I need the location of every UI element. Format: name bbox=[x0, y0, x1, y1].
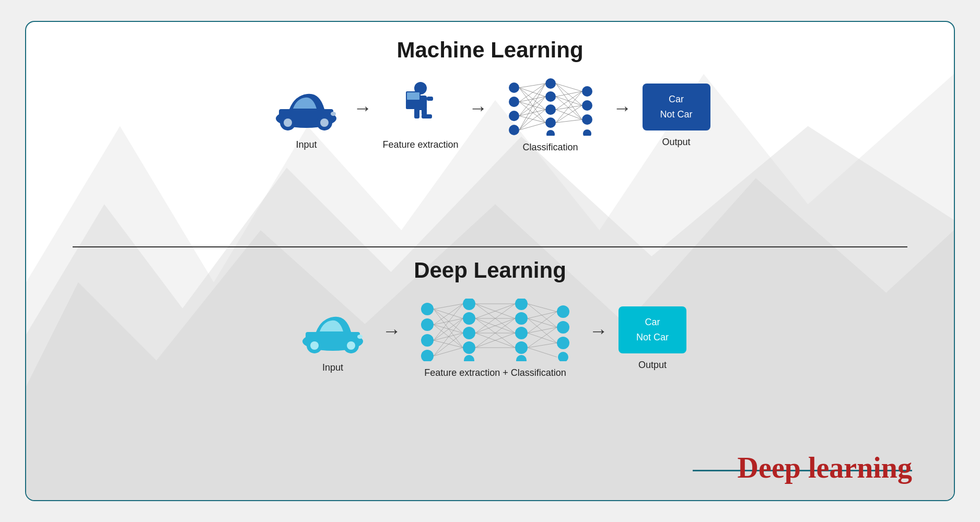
dl-output-label: Output bbox=[638, 360, 667, 371]
svg-point-68 bbox=[421, 303, 434, 315]
dl-feature-class-item: Feature extraction + Classification bbox=[412, 299, 579, 378]
svg-line-92 bbox=[434, 325, 463, 333]
ml-car-icon bbox=[270, 81, 343, 133]
svg-line-118 bbox=[528, 318, 557, 327]
ml-output-box: Car Not Car bbox=[643, 84, 710, 130]
svg-point-85 bbox=[558, 352, 568, 361]
svg-line-50 bbox=[556, 84, 582, 105]
ml-feature-item: Feature extraction bbox=[382, 81, 458, 150]
dl-input-item: Input bbox=[294, 304, 372, 373]
svg-point-73 bbox=[463, 312, 475, 325]
ml-classification-label: Classification bbox=[523, 142, 578, 153]
svg-point-69 bbox=[421, 318, 434, 331]
svg-point-31 bbox=[582, 114, 592, 125]
bottom-label: Deep learning bbox=[738, 451, 912, 484]
main-container: Machine Learning bbox=[25, 21, 955, 501]
svg-point-75 bbox=[463, 341, 475, 354]
ml-output-item: Car Not Car Output bbox=[643, 84, 710, 148]
dl-arrow-1: → bbox=[382, 320, 401, 342]
ml-input-label: Input bbox=[296, 139, 317, 150]
ml-arrow-1: → bbox=[353, 97, 372, 119]
dl-output-box: Car Not Car bbox=[619, 306, 686, 353]
ml-input-item: Input bbox=[270, 81, 343, 150]
ml-arrow-2: → bbox=[469, 97, 488, 119]
ml-output-not-car: Not Car bbox=[660, 107, 693, 122]
svg-point-21 bbox=[509, 97, 519, 107]
svg-line-56 bbox=[556, 105, 582, 110]
svg-rect-17 bbox=[406, 100, 423, 109]
svg-line-39 bbox=[519, 102, 545, 110]
ml-nn-icon bbox=[498, 78, 603, 136]
dl-output-item: Car Not Car Output bbox=[619, 306, 686, 371]
svg-point-32 bbox=[583, 129, 591, 136]
svg-line-99 bbox=[434, 333, 463, 356]
svg-line-33 bbox=[519, 84, 545, 88]
svg-point-28 bbox=[546, 130, 555, 136]
svg-point-71 bbox=[421, 350, 434, 361]
svg-line-124 bbox=[528, 343, 557, 348]
svg-line-49 bbox=[556, 84, 582, 91]
svg-point-26 bbox=[545, 104, 556, 115]
svg-point-72 bbox=[463, 299, 475, 310]
svg-point-25 bbox=[545, 91, 556, 102]
svg-point-66 bbox=[347, 341, 355, 350]
svg-point-70 bbox=[421, 334, 434, 347]
dl-section: Deep Learning bbox=[26, 247, 954, 472]
svg-line-87 bbox=[434, 309, 463, 318]
ml-section: Machine Learning bbox=[26, 22, 954, 246]
svg-point-64 bbox=[310, 341, 319, 350]
svg-line-122 bbox=[528, 333, 557, 343]
svg-line-46 bbox=[519, 97, 545, 130]
svg-point-23 bbox=[509, 125, 519, 135]
svg-line-100 bbox=[434, 348, 463, 356]
dl-arrow-2: → bbox=[589, 320, 608, 342]
svg-point-81 bbox=[516, 355, 527, 361]
ml-output-car: Car bbox=[669, 92, 684, 107]
svg-point-76 bbox=[464, 355, 474, 361]
svg-point-22 bbox=[509, 111, 519, 121]
svg-point-8 bbox=[320, 118, 329, 127]
svg-rect-14 bbox=[422, 114, 432, 118]
svg-point-82 bbox=[557, 305, 569, 318]
dl-title: Deep Learning bbox=[68, 258, 912, 283]
svg-point-77 bbox=[515, 299, 528, 310]
svg-line-115 bbox=[528, 304, 557, 312]
dl-nn-icon bbox=[412, 299, 579, 361]
ml-output-label: Output bbox=[662, 137, 691, 148]
svg-point-9 bbox=[331, 112, 336, 116]
svg-point-79 bbox=[515, 327, 528, 339]
ml-title: Machine Learning bbox=[68, 38, 912, 63]
svg-point-84 bbox=[557, 337, 569, 349]
svg-line-86 bbox=[434, 304, 463, 309]
svg-point-67 bbox=[357, 335, 363, 339]
svg-point-29 bbox=[582, 86, 592, 97]
svg-point-24 bbox=[545, 78, 556, 89]
svg-point-30 bbox=[582, 100, 592, 111]
svg-line-116 bbox=[528, 304, 557, 327]
svg-rect-16 bbox=[427, 97, 433, 101]
svg-point-78 bbox=[515, 312, 528, 325]
ml-feature-label: Feature extraction bbox=[382, 139, 458, 150]
ml-classification-item: Classification bbox=[498, 78, 603, 153]
dl-flow-row: Input → bbox=[68, 299, 912, 378]
page-content: Machine Learning bbox=[26, 22, 954, 500]
dl-input-label: Input bbox=[322, 362, 343, 373]
ml-arrow-3: → bbox=[613, 97, 632, 119]
svg-rect-13 bbox=[422, 108, 427, 115]
dl-output-not-car: Not Car bbox=[636, 330, 669, 345]
svg-line-119 bbox=[528, 318, 557, 343]
svg-point-20 bbox=[509, 82, 519, 93]
ml-flow-row: Input → bbox=[68, 78, 912, 153]
svg-line-34 bbox=[519, 88, 545, 97]
svg-rect-19 bbox=[407, 92, 419, 100]
svg-point-83 bbox=[557, 321, 569, 334]
svg-point-6 bbox=[284, 118, 292, 127]
svg-point-27 bbox=[545, 117, 556, 128]
svg-point-80 bbox=[515, 341, 528, 354]
svg-line-94 bbox=[434, 304, 463, 340]
svg-line-48 bbox=[519, 123, 545, 130]
dl-car-icon bbox=[294, 304, 372, 356]
dl-output-car: Car bbox=[645, 315, 660, 330]
svg-line-53 bbox=[556, 97, 582, 105]
dl-feature-class-label: Feature extraction + Classification bbox=[424, 367, 566, 378]
